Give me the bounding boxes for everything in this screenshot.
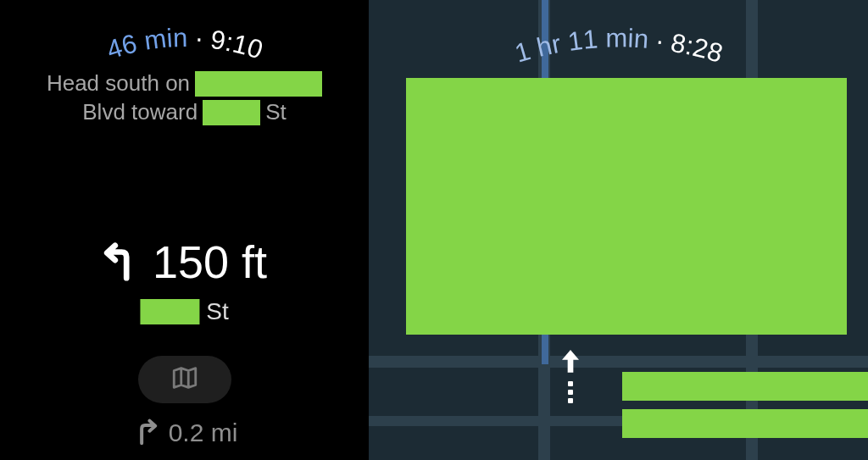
straight-arrow-icon: [554, 346, 587, 380]
turn-distance: 150 ft: [153, 236, 267, 288]
following-step-peek[interactable]: 0.2 mi: [131, 418, 238, 447]
eta-duration: 1 hr 11 min: [511, 23, 649, 68]
heading-dotted-trail: [568, 381, 573, 407]
direction-instruction: Head south on Blvd toward St: [0, 69, 369, 127]
svg-text:1 hr 11 min · 8:28: 1 hr 11 min · 8:28: [511, 23, 726, 68]
direction-line2-prefix: Blvd toward: [82, 98, 198, 127]
watch-face-directions: 46 min · 9:10 Head south on Blvd toward …: [0, 0, 369, 460]
eta-separator: ·: [187, 23, 212, 54]
turn-right-arrow-icon: [131, 418, 159, 446]
map-icon: [170, 363, 199, 396]
svg-text:46 min · 9:10: 46 min · 9:10: [103, 23, 266, 65]
eta-arc: 1 hr 11 min · 8:28: [398, 15, 839, 108]
turn-left-arrow-icon: [102, 242, 141, 281]
map-road: [369, 356, 868, 368]
eta-time: 8:28: [668, 28, 726, 69]
peek-distance: 0.2 mi: [169, 418, 238, 447]
redacted-label: [622, 409, 868, 438]
redacted-map-overlay: [406, 78, 847, 335]
direction-line2-suffix: St: [265, 98, 287, 127]
direction-line1-prefix: Head south on: [47, 69, 190, 98]
redacted-street-name: [195, 71, 322, 97]
eta-separator: ·: [647, 25, 672, 57]
eta-duration: 46 min: [103, 23, 187, 65]
map-view-button[interactable]: [138, 356, 231, 403]
redacted-street-name: [203, 100, 260, 125]
redacted-label: [622, 372, 868, 401]
eta-time: 9:10: [209, 25, 266, 65]
watch-face-map: 1 hr 11 min · 8:28: [369, 0, 868, 460]
turn-street-suffix: St: [206, 298, 228, 325]
redacted-step-labels: [622, 372, 868, 438]
redacted-street-name: [140, 299, 199, 324]
next-turn: 150 ft St: [102, 236, 267, 325]
heading-indicator: [545, 346, 596, 430]
